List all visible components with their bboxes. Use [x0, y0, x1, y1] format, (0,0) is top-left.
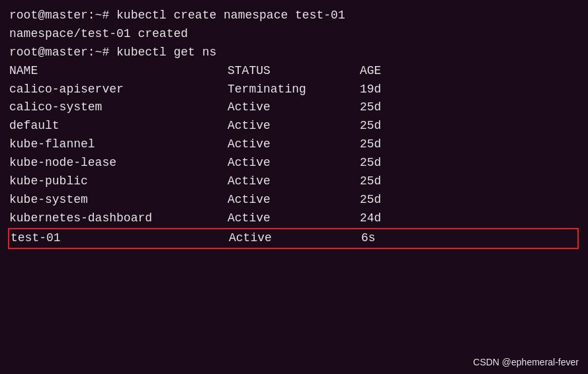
watermark: CSDN @ephemeral-fever [473, 357, 579, 367]
row-name: calico-apiserver [9, 81, 228, 99]
row-name: kube-system [9, 191, 228, 209]
row-name: kubernetes-dashboard [9, 209, 228, 228]
row-status: Active [229, 229, 361, 248]
row-name: kube-public [9, 172, 228, 191]
table-row: kubernetes-dashboardActive24d [9, 209, 579, 228]
row-status: Active [228, 191, 360, 209]
row-age: 25d [360, 117, 426, 135]
row-status: Active [228, 154, 360, 172]
table-row: kube-publicActive25d [9, 172, 579, 191]
row-age: 25d [360, 191, 426, 209]
row-age: 6s [361, 229, 427, 248]
header-status: STATUS [228, 62, 360, 81]
row-age: 25d [360, 172, 426, 191]
row-age: 25d [360, 135, 426, 154]
row-age: 25d [360, 154, 426, 172]
command-line-1: root@master:~# kubectl create namespace … [9, 7, 579, 25]
row-name: kube-flannel [9, 135, 228, 154]
table-row: defaultActive25d [9, 117, 579, 135]
row-name: default [9, 117, 228, 135]
row-name: test-01 [11, 229, 229, 248]
row-status: Active [228, 209, 360, 228]
table-body: calico-apiserverTerminating19dcalico-sys… [9, 81, 579, 249]
table-row: calico-apiserverTerminating19d [9, 81, 579, 99]
row-age: 19d [360, 81, 426, 99]
row-age: 24d [360, 209, 426, 228]
row-status: Active [228, 117, 360, 135]
row-name: kube-node-lease [9, 154, 228, 172]
row-status: Terminating [228, 81, 360, 99]
row-age: 25d [360, 98, 426, 117]
row-name: calico-system [9, 98, 228, 117]
header-age: AGE [360, 62, 426, 81]
terminal-window: root@master:~# kubectl create namespace … [0, 0, 588, 374]
row-status: Active [228, 135, 360, 154]
table-row: kube-flannelActive25d [9, 135, 579, 154]
table-header: NAME STATUS AGE [9, 62, 579, 81]
table-row: kube-node-leaseActive25d [9, 154, 579, 172]
output-line-1: namespace/test-01 created [9, 25, 579, 44]
table-row: calico-systemActive25d [9, 98, 579, 117]
command-line-2: root@master:~# kubectl get ns [9, 44, 579, 62]
table-row: kube-systemActive25d [9, 191, 579, 209]
row-status: Active [228, 172, 360, 191]
table-row: test-01Active6s [8, 228, 579, 249]
header-name: NAME [9, 62, 228, 81]
row-status: Active [228, 98, 360, 117]
